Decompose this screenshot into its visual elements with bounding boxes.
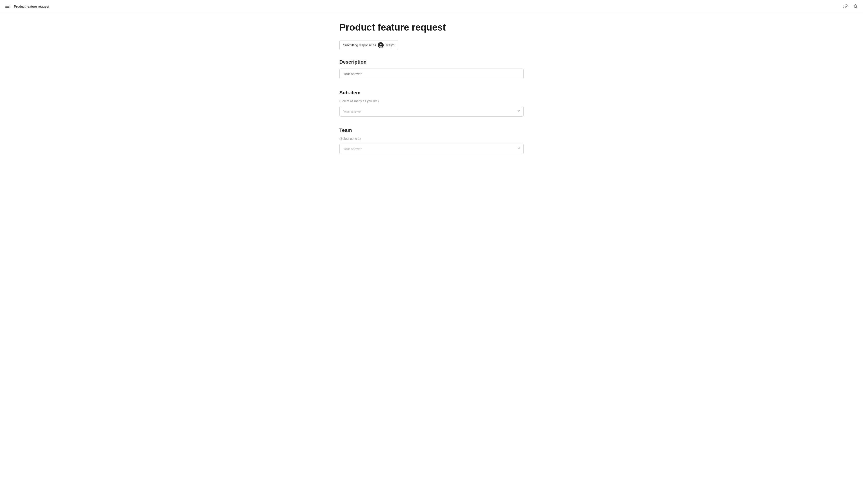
team-select-wrapper: Your answer: [339, 143, 524, 154]
sub-item-hint: (Select as many as you like): [339, 99, 524, 103]
team-title: Team: [339, 127, 524, 133]
topbar-right: [842, 3, 859, 10]
section-team: Team (Select up to 1) Your answer: [339, 127, 524, 154]
description-input[interactable]: [339, 68, 524, 79]
svg-marker-0: [853, 4, 858, 8]
description-title: Description: [339, 59, 524, 65]
sub-item-select-wrapper: Your answer: [339, 106, 524, 117]
avatar: [378, 42, 384, 48]
page-title: Product feature request: [339, 22, 524, 33]
main-content: Product feature request Submitting respo…: [335, 13, 528, 183]
team-hint: (Select up to 1): [339, 137, 524, 140]
sub-item-select[interactable]: Your answer: [339, 106, 524, 117]
menu-icon[interactable]: [4, 4, 10, 9]
team-select[interactable]: Your answer: [339, 143, 524, 154]
section-sub-item: Sub-item (Select as many as you like) Yo…: [339, 90, 524, 117]
link-icon[interactable]: [842, 3, 849, 10]
submitting-user: Jeslyn: [385, 43, 395, 47]
submitting-prefix: Submitting response as: [343, 43, 376, 47]
sub-item-title: Sub-item: [339, 90, 524, 96]
topbar-title: Product feature request: [14, 4, 49, 8]
section-description: Description: [339, 59, 524, 79]
star-icon[interactable]: [852, 3, 859, 10]
topbar-left: Product feature request: [4, 4, 49, 9]
topbar: Product feature request: [0, 0, 863, 13]
svg-point-2: [380, 44, 382, 46]
submitting-badge[interactable]: Submitting response as Jeslyn: [339, 40, 398, 50]
